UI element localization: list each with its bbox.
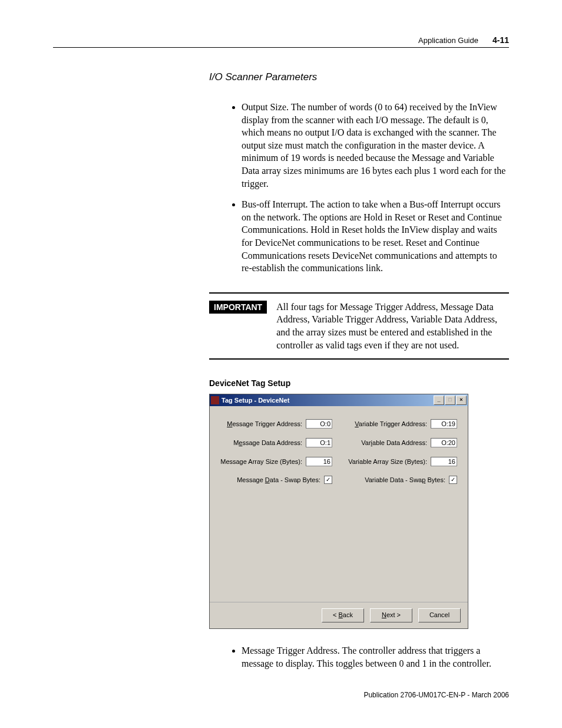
bullet-msg-trigger-addr: Message Trigger Address. The controller … [242, 644, 509, 670]
var-swap-label: Variable Data - Swap Bytes: [365, 476, 445, 483]
important-text: All four tags for Message Trigger Addres… [276, 301, 509, 351]
close-button[interactable]: × [456, 396, 467, 405]
maximize-button[interactable]: □ [445, 396, 455, 405]
dialog-titlebar: Tag Setup - DeviceNet _ □ × [210, 394, 468, 406]
var-array-label: Variable Array Size (Bytes): [348, 458, 427, 465]
var-swap-checkbox[interactable]: ✓ [449, 476, 457, 484]
app-icon [211, 396, 219, 404]
subsection-heading: DeviceNet Tag Setup [209, 378, 509, 388]
msg-data-label: Message Data Address: [233, 439, 302, 446]
tag-setup-dialog: Tag Setup - DeviceNet _ □ × Message Trig… [209, 394, 468, 629]
bottom-bullet-list: Message Trigger Address. The controller … [209, 644, 509, 670]
msg-array-label: Message Array Size (Bytes): [220, 458, 302, 465]
back-button[interactable]: < Back [322, 608, 364, 622]
msg-swap-checkbox[interactable]: ✓ [324, 476, 332, 484]
doc-title: Application Guide [418, 36, 478, 45]
top-bullet-list: Output Size. The number of words (0 to 6… [209, 101, 509, 275]
var-data-label: Variable Data Address: [361, 439, 427, 446]
msg-trigger-input[interactable]: O:0 [306, 419, 332, 429]
msg-array-input[interactable]: 16 [306, 457, 332, 466]
bullet-output-size: Output Size. The number of words (0 to 6… [242, 101, 509, 190]
page-header: Application Guide 4-11 [53, 35, 509, 48]
publication-footer: Publication 2706-UM017C-EN-P - March 200… [53, 691, 509, 699]
var-trigger-label: Variable Trigger Address: [355, 420, 427, 427]
var-array-input[interactable]: 16 [431, 457, 457, 466]
next-button[interactable]: Next > [370, 608, 412, 622]
section-heading: I/O Scanner Parameters [209, 71, 509, 83]
important-label: IMPORTANT [209, 301, 267, 314]
minimize-button[interactable]: _ [434, 396, 444, 405]
msg-trigger-label: Message Trigger Address: [227, 420, 302, 427]
dialog-title: Tag Setup - DeviceNet [222, 397, 434, 404]
bullet-bus-off: Bus-off Interrupt. The action to take wh… [242, 198, 509, 275]
var-data-input[interactable]: O:20 [431, 438, 457, 447]
var-trigger-input[interactable]: O:19 [431, 419, 457, 429]
msg-data-input[interactable]: O:1 [306, 438, 332, 447]
cancel-button[interactable]: Cancel [418, 608, 461, 622]
msg-swap-label: Message Data - Swap Bytes: [237, 476, 320, 483]
page-number: 4-11 [492, 35, 509, 45]
important-callout: IMPORTANT All four tags for Message Trig… [209, 292, 509, 360]
